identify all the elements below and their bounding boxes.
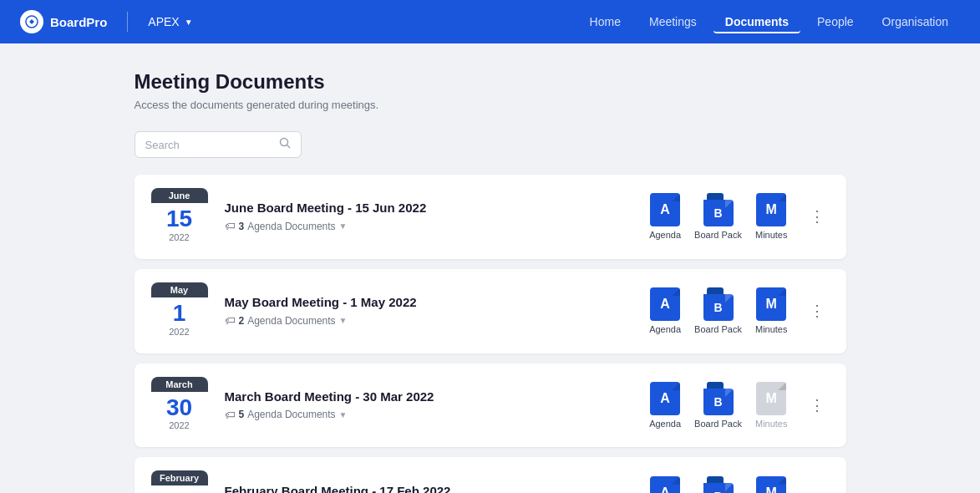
tag-icon: 🏷 [225, 220, 236, 232]
meeting-docs-row: 🏷 5 Agenda Documents ▼ [225, 409, 633, 421]
meeting-card: March 30 2022 March Board Meeting - 30 M… [135, 363, 846, 448]
minutes-doc: M Minutes [755, 382, 788, 429]
meeting-info: March Board Meeting - 30 Mar 2022 🏷 5 Ag… [225, 389, 633, 421]
navbar: BoardPro APEX ▼ Home Meetings Documents … [0, 0, 980, 43]
agenda-label: Agenda [649, 230, 681, 240]
doc-label: Agenda Documents [247, 409, 335, 420]
date-month: March [151, 377, 208, 392]
main-nav: Home Meetings Documents People Organisat… [578, 10, 960, 33]
meeting-info: May Board Meeting - 1 May 2022 🏷 2 Agend… [225, 295, 633, 327]
meeting-title: February Board Meeting - 17 Feb 2022 [225, 484, 633, 493]
docs-caret-icon[interactable]: ▼ [339, 410, 348, 419]
meeting-title: May Board Meeting - 1 May 2022 [225, 295, 633, 309]
docs-caret-icon[interactable]: ▼ [339, 316, 348, 325]
doc-icons: A Agenda B Board Pack M Minutes [649, 382, 787, 429]
date-year: 2022 [151, 420, 208, 434]
date-year: 2022 [151, 327, 208, 340]
boardpack-icon: B [703, 476, 734, 493]
boardpro-logo-icon [20, 10, 43, 33]
doc-icons: A Agenda B Board Pack M Minutes [649, 476, 787, 493]
meeting-title: June Board Meeting - 15 Jun 2022 [225, 201, 633, 215]
boardpack-doc[interactable]: B Board Pack [694, 382, 742, 429]
minutes-icon: M [756, 476, 786, 493]
more-menu-button[interactable]: ⋮ [805, 206, 830, 227]
date-year: 2022 [151, 232, 208, 246]
more-menu-button[interactable]: ⋮ [805, 489, 830, 493]
boardpack-label: Board Pack [694, 324, 742, 334]
docs-caret-icon[interactable]: ▼ [339, 221, 348, 231]
doc-icons: A Agenda B Board Pack M Minutes [649, 193, 787, 240]
brand-logo[interactable]: BoardPro [20, 10, 107, 33]
minutes-doc[interactable]: M Minutes [755, 193, 788, 240]
meeting-list: June 15 2022 June Board Meeting - 15 Jun… [135, 175, 846, 493]
meeting-docs-row: 🏷 2 Agenda Documents ▼ [225, 314, 633, 327]
tag-icon: 🏷 [225, 409, 236, 421]
nav-divider [127, 12, 128, 32]
boardpack-icon: B [703, 287, 734, 321]
page-subtitle: Access the documents generated during me… [135, 99, 846, 111]
search-icon [279, 137, 291, 152]
boardpack-label: Board Pack [694, 230, 742, 240]
boardpack-label: Board Pack [694, 419, 742, 429]
meeting-title: March Board Meeting - 30 Mar 2022 [225, 389, 633, 404]
brand-name: BoardPro [50, 15, 107, 29]
org-name: APEX [148, 15, 179, 28]
doc-count: 2 [239, 315, 245, 327]
date-month: February [151, 470, 208, 485]
date-badge: March 30 2022 [151, 377, 208, 435]
nav-organisation[interactable]: Organisation [871, 10, 960, 33]
meeting-card: February 17 2022 February Board Meeting … [135, 457, 846, 493]
meeting-info: February Board Meeting - 17 Feb 2022 🏷 6… [225, 484, 633, 493]
page-title: Meeting Documents [135, 70, 846, 94]
date-month: May [151, 282, 208, 297]
nav-people[interactable]: People [805, 10, 866, 33]
minutes-icon: M [756, 193, 786, 226]
agenda-doc[interactable]: A Agenda [649, 476, 681, 493]
agenda-doc[interactable]: A Agenda [649, 287, 681, 334]
search-bar[interactable] [135, 131, 302, 158]
boardpack-icon: B [703, 193, 734, 226]
doc-count: 5 [239, 409, 245, 420]
doc-count: 3 [239, 221, 245, 232]
date-badge: May 1 2022 [151, 282, 208, 340]
nav-home[interactable]: Home [578, 10, 632, 33]
minutes-icon: M [756, 382, 786, 415]
agenda-icon: A [650, 193, 680, 226]
minutes-label: Minutes [755, 419, 788, 429]
date-day: 17 [151, 485, 208, 493]
doc-label: Agenda Documents [247, 315, 335, 327]
minutes-icon: M [756, 287, 786, 321]
meeting-info: June Board Meeting - 15 Jun 2022 🏷 3 Age… [225, 201, 633, 232]
minutes-doc[interactable]: M Minutes [755, 476, 788, 493]
date-month: June [151, 188, 208, 203]
tag-icon: 🏷 [225, 314, 236, 327]
agenda-icon: A [650, 287, 680, 321]
minutes-label: Minutes [755, 230, 788, 240]
more-menu-button[interactable]: ⋮ [805, 394, 830, 416]
date-day: 30 [151, 392, 208, 421]
boardpack-doc[interactable]: B Board Pack [694, 193, 742, 240]
org-selector[interactable]: APEX ▼ [148, 15, 192, 28]
doc-icons: A Agenda B Board Pack M Minutes [649, 287, 787, 334]
date-day: 15 [151, 203, 208, 232]
more-menu-button[interactable]: ⋮ [805, 300, 830, 322]
date-badge: June 15 2022 [151, 188, 208, 246]
meeting-docs-row: 🏷 3 Agenda Documents ▼ [225, 220, 633, 232]
agenda-label: Agenda [649, 324, 681, 334]
nav-documents[interactable]: Documents [713, 10, 800, 33]
boardpack-icon: B [703, 382, 734, 415]
boardpack-doc[interactable]: B Board Pack [694, 287, 742, 334]
date-day: 1 [151, 297, 208, 327]
nav-meetings[interactable]: Meetings [637, 10, 708, 33]
agenda-doc[interactable]: A Agenda [649, 382, 681, 429]
meeting-card: June 15 2022 June Board Meeting - 15 Jun… [135, 175, 846, 259]
minutes-doc[interactable]: M Minutes [755, 287, 788, 334]
agenda-doc[interactable]: A Agenda [649, 193, 681, 240]
search-input[interactable] [145, 139, 276, 151]
boardpack-doc[interactable]: B Board Pack [694, 476, 742, 493]
agenda-icon: A [650, 476, 680, 493]
minutes-label: Minutes [755, 324, 788, 334]
agenda-icon: A [650, 382, 680, 415]
org-caret-icon: ▼ [185, 18, 193, 27]
meeting-card: May 1 2022 May Board Meeting - 1 May 202… [135, 269, 846, 353]
